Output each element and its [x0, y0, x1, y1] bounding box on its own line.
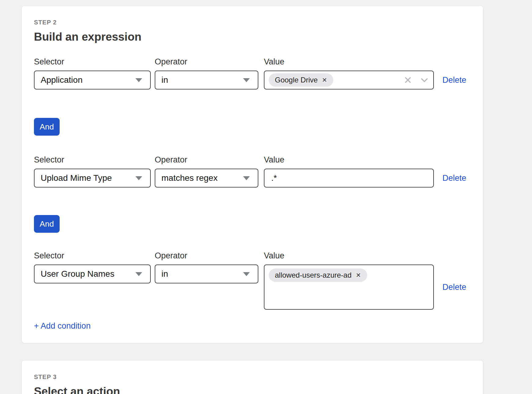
- operator-dropdown[interactable]: matches regex: [155, 169, 258, 188]
- value-multiselect[interactable]: Google Drive ✕: [264, 71, 434, 89]
- value-tag-text: allowed-users-azure-ad: [275, 271, 352, 279]
- caret-down-icon: [243, 176, 250, 180]
- clear-all-icon[interactable]: [403, 75, 412, 85]
- condition-row-2: Selector Upload Mime Type Operator match…: [34, 155, 471, 188]
- operator-dropdown-value: in: [161, 75, 168, 85]
- delete-wrap: Delete: [442, 71, 466, 89]
- value-label: Value: [264, 251, 434, 260]
- value-multiselect[interactable]: allowed-users-azure-ad ✕: [264, 264, 434, 310]
- delete-condition-link[interactable]: Delete: [442, 173, 466, 183]
- operator-label: Operator: [155, 57, 258, 66]
- value-column: Value Google Drive ✕: [264, 57, 434, 89]
- condition-row-3: Selector User Group Names Operator in Va…: [34, 251, 471, 310]
- operator-label: Operator: [155, 155, 258, 164]
- operator-column: Operator in: [155, 251, 258, 283]
- add-condition-link[interactable]: + Add condition: [34, 321, 91, 330]
- tag-remove-icon[interactable]: ✕: [356, 272, 361, 278]
- value-tag-text: Google Drive: [275, 76, 318, 84]
- delete-condition-link[interactable]: Delete: [442, 283, 466, 292]
- selector-column: Selector Application: [34, 57, 151, 89]
- policy-builder-page: { "colors": { "accent_blue": "#2154c8", …: [0, 0, 532, 394]
- operator-dropdown-value: matches regex: [161, 173, 218, 183]
- operator-dropdown[interactable]: in: [155, 71, 258, 89]
- select-action-title: Select an action: [34, 385, 471, 394]
- and-button[interactable]: And: [34, 215, 60, 233]
- delete-wrap: Delete: [442, 169, 466, 188]
- caret-down-icon: [135, 78, 142, 82]
- selector-label: Selector: [34, 155, 151, 164]
- step-2-eyebrow: STEP 2: [34, 19, 471, 26]
- value-text-input[interactable]: .*: [264, 169, 434, 188]
- and-button[interactable]: And: [34, 118, 60, 136]
- build-expression-title: Build an expression: [34, 30, 471, 44]
- selector-dropdown[interactable]: User Group Names: [34, 264, 151, 283]
- caret-down-icon: [135, 176, 142, 180]
- selector-label: Selector: [34, 57, 151, 66]
- value-column: Value .*: [264, 155, 434, 188]
- selector-dropdown-value: Upload Mime Type: [41, 173, 112, 183]
- caret-down-icon: [243, 272, 250, 276]
- delete-wrap: Delete: [442, 264, 466, 310]
- tag-remove-icon[interactable]: ✕: [322, 77, 327, 83]
- step-3-eyebrow: STEP 3: [34, 373, 471, 381]
- selector-column: Selector Upload Mime Type: [34, 155, 151, 188]
- condition-row-1: Selector Application Operator in Value G…: [34, 57, 471, 89]
- caret-down-icon: [243, 78, 250, 82]
- value-label: Value: [264, 57, 434, 66]
- selector-dropdown-value: Application: [41, 75, 83, 85]
- chevron-down-icon[interactable]: [420, 75, 429, 85]
- operator-dropdown-value: in: [161, 269, 168, 279]
- selector-column: Selector User Group Names: [34, 251, 151, 283]
- selector-dropdown-value: User Group Names: [41, 269, 114, 279]
- operator-column: Operator in: [155, 57, 258, 89]
- operator-label: Operator: [155, 251, 258, 260]
- value-text: .*: [269, 173, 277, 183]
- selector-label: Selector: [34, 251, 151, 260]
- value-label: Value: [264, 155, 434, 164]
- value-tag: Google Drive ✕: [269, 73, 333, 87]
- select-action-card: STEP 3 Select an action: [21, 360, 483, 394]
- build-expression-card: STEP 2 Build an expression Selector Appl…: [21, 5, 483, 343]
- add-condition-row: + Add condition: [34, 321, 471, 331]
- operator-dropdown[interactable]: in: [155, 264, 258, 283]
- value-column: Value allowed-users-azure-ad ✕: [264, 251, 434, 310]
- operator-column: Operator matches regex: [155, 155, 258, 188]
- content-stack: STEP 2 Build an expression Selector Appl…: [21, 5, 483, 394]
- caret-down-icon: [135, 272, 142, 276]
- value-tag: allowed-users-azure-ad ✕: [269, 268, 367, 282]
- delete-condition-link[interactable]: Delete: [442, 75, 466, 85]
- selector-dropdown[interactable]: Upload Mime Type: [34, 169, 151, 188]
- selector-dropdown[interactable]: Application: [34, 71, 151, 89]
